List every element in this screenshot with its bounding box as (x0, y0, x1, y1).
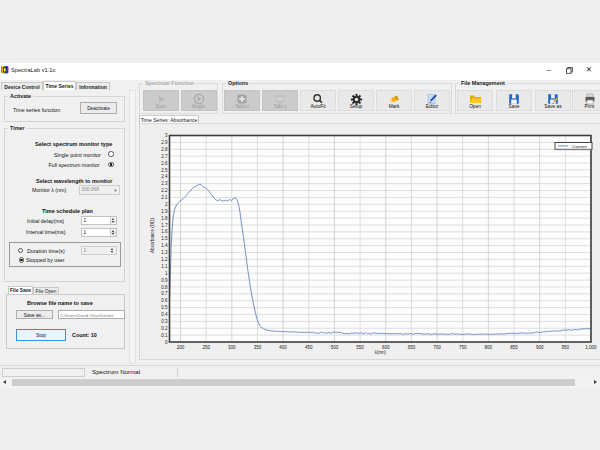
svg-text:750: 750 (459, 345, 467, 350)
svg-text:1.5: 1.5 (161, 236, 168, 241)
svg-text:850: 850 (510, 345, 518, 350)
svg-text:2.8: 2.8 (161, 147, 168, 152)
svg-text:350: 350 (254, 345, 262, 350)
svg-text:1.3: 1.3 (161, 250, 168, 255)
svg-text:1: 1 (165, 271, 168, 276)
svg-text:0.1: 0.1 (161, 333, 168, 338)
svg-text:2.7: 2.7 (161, 154, 168, 159)
svg-text:0.2: 0.2 (161, 326, 168, 331)
svg-text:1.9: 1.9 (161, 209, 168, 214)
svg-text:1.6: 1.6 (161, 229, 168, 234)
svg-text:950: 950 (562, 345, 570, 350)
svg-text:200: 200 (177, 345, 185, 350)
svg-text:0.5: 0.5 (161, 305, 168, 310)
svg-text:550: 550 (356, 345, 364, 350)
svg-text:1.8: 1.8 (161, 216, 168, 221)
svg-text:800: 800 (485, 345, 493, 350)
svg-text:2.9: 2.9 (161, 140, 168, 145)
svg-text:1.1: 1.1 (161, 264, 168, 269)
svg-text:500: 500 (331, 345, 339, 350)
svg-text:λ(nm): λ(nm) (375, 350, 387, 355)
svg-text:300: 300 (228, 345, 236, 350)
svg-text:1.4: 1.4 (161, 243, 168, 248)
svg-text:1.2: 1.2 (161, 257, 168, 262)
svg-text:700: 700 (433, 345, 441, 350)
svg-text:Current: Current (572, 144, 587, 149)
svg-text:2.5: 2.5 (161, 168, 168, 173)
svg-text:Absorbance (OD): Absorbance (OD) (150, 217, 155, 253)
svg-text:0: 0 (165, 340, 168, 345)
svg-text:0.8: 0.8 (161, 285, 168, 290)
svg-text:1.7: 1.7 (161, 223, 168, 228)
svg-text:2.4: 2.4 (161, 174, 168, 179)
svg-text:0.4: 0.4 (161, 312, 168, 317)
svg-text:0.7: 0.7 (161, 291, 168, 296)
svg-text:650: 650 (408, 345, 416, 350)
svg-text:2.6: 2.6 (161, 161, 168, 166)
svg-text:0.6: 0.6 (161, 298, 168, 303)
svg-text:1,000: 1,000 (585, 345, 597, 350)
svg-text:3: 3 (165, 133, 168, 138)
svg-text:250: 250 (202, 345, 210, 350)
svg-text:2.1: 2.1 (161, 195, 168, 200)
svg-text:900: 900 (536, 345, 544, 350)
svg-text:2: 2 (165, 202, 168, 207)
svg-text:0.3: 0.3 (161, 319, 168, 324)
svg-text:400: 400 (279, 345, 287, 350)
svg-text:2.3: 2.3 (161, 181, 168, 186)
svg-text:450: 450 (305, 345, 313, 350)
svg-text:0.9: 0.9 (161, 278, 168, 283)
svg-text:2.2: 2.2 (161, 188, 168, 193)
